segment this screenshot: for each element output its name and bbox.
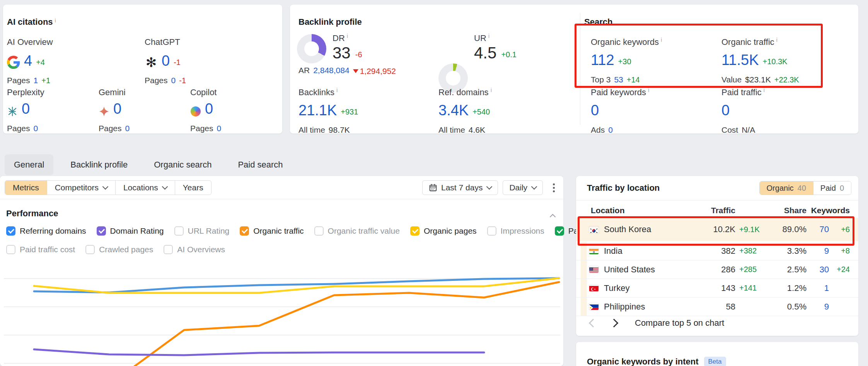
location-row-south-korea[interactable]: South Korea 10.2K +9.1K 89.0% 70 +6 [576, 218, 858, 241]
search-title: Search [584, 17, 612, 27]
metrics-button[interactable]: Metrics [5, 181, 47, 195]
tab-backlink-profile[interactable]: Backlink profile [61, 154, 137, 175]
chart-line-domain-rating [34, 349, 484, 355]
google-icon [7, 56, 20, 69]
flag-turkey-icon [589, 285, 599, 291]
perplexity-value[interactable]: 0 [22, 101, 30, 117]
next-page-icon[interactable] [610, 319, 619, 328]
section-divider [580, 13, 580, 125]
calendar-icon [429, 183, 437, 192]
traffic-by-location-header: Traffic by location Organic40 Paid0 [576, 176, 858, 200]
previous-page-icon[interactable] [589, 319, 598, 328]
ref-domains-value[interactable]: 3.4K [438, 102, 469, 118]
info-icon[interactable] [776, 38, 778, 42]
toolbar-divider [0, 199, 563, 199]
compare-top5-link[interactable]: Compare top 5 on chart [635, 318, 724, 328]
date-controls: Last 7 days Daily [422, 180, 560, 195]
checkbox-domain-rating[interactable]: Domain Rating [97, 226, 164, 236]
paid-keywords-value[interactable]: 0 [591, 102, 599, 118]
performance-line-chart [0, 250, 563, 366]
copilot-value[interactable]: 0 [205, 101, 213, 117]
checkbox-url-rating[interactable]: URL Rating [174, 226, 230, 236]
report-tabs: General Backlink profile Organic search … [5, 154, 292, 175]
checkbox-impressions[interactable]: Impressions [487, 226, 544, 236]
chevron-down-icon [486, 183, 493, 190]
gemini-value[interactable]: 0 [113, 101, 121, 117]
gemini-icon [99, 106, 109, 117]
tab-general[interactable]: General [5, 154, 53, 175]
ar-value[interactable]: 2,848,084 [313, 66, 349, 75]
chevron-down-icon [162, 183, 168, 190]
date-range-dropdown[interactable]: Last 7 days [422, 180, 498, 195]
stat-backlinks: Backlinks 21.1K +931 All time98.7K [298, 87, 358, 135]
competitors-dropdown[interactable]: Competitors [47, 181, 115, 195]
header-divider [576, 200, 858, 200]
stat-perplexity: Perplexity 0 Pages0 [7, 87, 44, 133]
stat-gemini: Gemini 0 Pages0 [99, 87, 130, 133]
info-icon[interactable] [764, 88, 765, 92]
location-row-philippines[interactable]: Philippines 58 0.5% 9 [576, 298, 858, 316]
info-icon[interactable] [55, 19, 56, 22]
keywords-by-intent-title: Organic keywords by intent [587, 357, 699, 366]
arrow-down-icon [353, 69, 358, 73]
organic-keywords-value[interactable]: 112 [591, 52, 614, 68]
location-row-india[interactable]: India 382 +382 3.3% 9 +8 [576, 242, 858, 260]
checkbox-organic-traffic[interactable]: Organic traffic [240, 226, 304, 236]
table-pagination: Compare top 5 on chart [576, 314, 858, 332]
backlink-profile-title: Backlink profile [298, 17, 362, 27]
ai-overview-value[interactable]: 4 [24, 53, 32, 69]
ai-citations-card: AI citations AI Overview 4 +4 Pages1+1 C… [3, 5, 282, 133]
dr-donut-chart [297, 34, 326, 63]
checkbox-organic-pages[interactable]: Organic pages [410, 226, 477, 236]
location-row-turkey[interactable]: Turkey 143 +141 1.2% 1 [576, 279, 858, 298]
location-row-united-states[interactable]: United States 286 +285 2.5% 30 +24 [576, 260, 858, 279]
tab-organic-search[interactable]: Organic search [145, 154, 221, 175]
keywords-link[interactable]: 30 [807, 265, 829, 275]
tab-paid-search[interactable]: Paid search [229, 154, 292, 175]
keywords-link[interactable]: 70 [807, 224, 829, 234]
stat-ref-domains: Ref. domains 3.4K +540 All time4.6K [438, 87, 492, 135]
stat-organic-traffic: Organic traffic 11.5K +10.3K Value$23.1K… [721, 37, 799, 84]
keywords-by-intent-header: Organic keywords by intent Beta [587, 357, 726, 366]
metric-checkbox-row-1: Referring domains Domain Rating URL Rati… [6, 226, 607, 236]
keywords-link[interactable]: 9 [807, 246, 829, 256]
chatgpt-icon: ✻ [145, 56, 158, 69]
toggle-organic[interactable]: Organic40 [760, 181, 813, 195]
toggle-paid[interactable]: Paid0 [813, 181, 851, 195]
paid-traffic-value[interactable]: 0 [721, 102, 730, 118]
more-menu-button[interactable] [547, 180, 560, 195]
collapse-section-icon[interactable] [550, 214, 556, 220]
chevron-down-icon [531, 183, 537, 190]
chatgpt-value[interactable]: 0 [162, 53, 170, 69]
ar-row: AR 2,848,084 1,294,952 [298, 66, 396, 76]
stat-chatgpt: ChatGPT ✻ 0 -1 Pages0-1 [145, 37, 186, 85]
stat-copilot: Copilot 0 Pages0 [190, 87, 221, 133]
stat-ur: UR 4.5 +0.1 [474, 33, 517, 61]
keywords-by-intent-card: Organic keywords by intent Beta [576, 342, 858, 366]
metrics-toolbar: Metrics Competitors Locations Years [5, 180, 211, 195]
beta-badge: Beta [704, 357, 726, 366]
info-icon[interactable] [648, 88, 649, 92]
performance-title: Performance [6, 209, 58, 219]
checkbox-organic-traffic-value[interactable]: Organic traffic value [314, 226, 400, 236]
info-icon[interactable] [488, 34, 489, 38]
keywords-link[interactable]: 1 [807, 283, 829, 293]
stat-dr: DR 33 -6 [333, 33, 362, 61]
stat-organic-keywords: Organic keywords 112 +30 Top 353+14 [591, 37, 662, 84]
granularity-dropdown[interactable]: Daily [503, 180, 543, 195]
flag-south-korea-icon [589, 226, 599, 233]
years-button[interactable]: Years [175, 181, 211, 195]
ai-citations-title: AI citations [7, 17, 56, 27]
checkbox-referring-domains[interactable]: Referring domains [6, 226, 86, 236]
backlinks-value[interactable]: 21.1K [298, 102, 337, 118]
flag-india-icon [589, 248, 599, 254]
locations-dropdown[interactable]: Locations [115, 181, 175, 195]
flag-united-states-icon [589, 266, 599, 273]
info-icon[interactable] [491, 88, 492, 92]
info-icon[interactable] [347, 34, 348, 38]
stat-ai-overview: AI Overview 4 +4 Pages1+1 [7, 37, 53, 85]
info-icon[interactable] [661, 38, 662, 42]
info-icon[interactable] [336, 88, 338, 92]
keywords-link[interactable]: 9 [807, 302, 829, 312]
organic-traffic-value[interactable]: 11.5K [721, 52, 759, 68]
